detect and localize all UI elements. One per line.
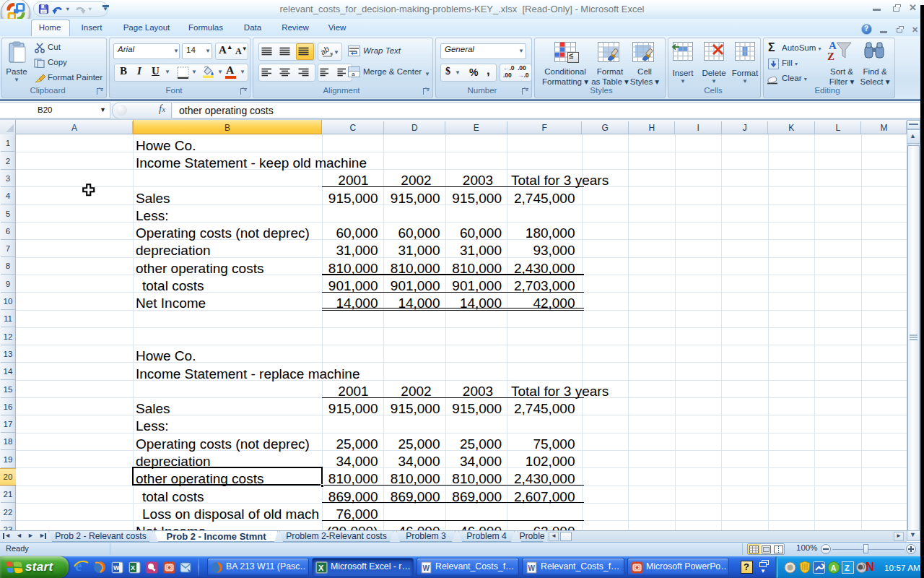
svg-text:X: X: [318, 564, 324, 572]
svg-text:Z: Z: [845, 564, 850, 572]
svg-text:W: W: [423, 564, 430, 572]
svg-text:W: W: [528, 564, 536, 572]
svg-text:A: A: [831, 564, 836, 572]
svg-text:ab: ab: [321, 45, 331, 56]
svg-text:X: X: [131, 564, 135, 571]
svg-text:a: a: [352, 71, 355, 77]
svg-text:W: W: [113, 564, 120, 571]
